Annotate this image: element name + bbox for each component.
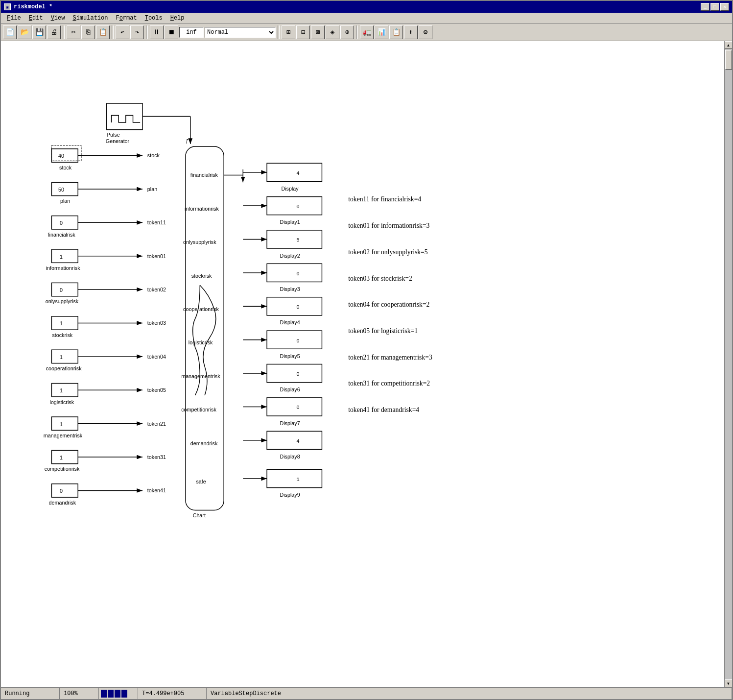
- print-button[interactable]: 🖨: [47, 25, 61, 39]
- svg-rect-69: [267, 163, 322, 181]
- svg-text:token01 for informationrisk=3: token01 for informationrisk=3: [348, 222, 429, 229]
- svg-text:token03: token03: [147, 320, 166, 326]
- maximize-button[interactable]: □: [710, 3, 719, 11]
- svg-text:Display8: Display8: [280, 454, 300, 459]
- svg-text:Display1: Display1: [280, 219, 300, 225]
- svg-text:0: 0: [296, 304, 299, 310]
- minimize-button[interactable]: _: [701, 3, 709, 11]
- svg-text:0: 0: [60, 220, 63, 226]
- svg-rect-23: [51, 249, 78, 263]
- sim-mode-select[interactable]: Normal Accelerator Rapid Accelerator: [205, 27, 276, 38]
- statusbar: Running 100% T=4.499e+005 VariableStepDi…: [1, 687, 732, 699]
- svg-text:Generator: Generator: [106, 138, 130, 144]
- status-text: Running: [5, 690, 29, 697]
- svg-text:logisticrisk: logisticrisk: [189, 339, 213, 345]
- svg-rect-80: [267, 230, 322, 248]
- svg-text:token11: token11: [147, 219, 166, 225]
- svg-text:token05: token05: [147, 387, 166, 393]
- svg-text:stock: stock: [147, 152, 160, 158]
- svg-text:token02: token02: [147, 287, 166, 292]
- tool9-button[interactable]: ⬆: [404, 25, 418, 39]
- save-button[interactable]: 💾: [32, 25, 46, 39]
- svg-text:Display6: Display6: [280, 386, 300, 392]
- svg-rect-8: [51, 149, 78, 162]
- window-title: riskmodel *: [14, 3, 52, 10]
- sep5: [356, 25, 358, 39]
- svg-rect-110: [267, 431, 322, 449]
- svg-text:plan: plan: [60, 198, 70, 204]
- svg-text:informationrisk: informationrisk: [185, 206, 219, 212]
- svg-rect-75: [267, 197, 322, 215]
- progress-seg-3: [115, 690, 120, 698]
- main-area: text { font-family: 'Courier New', monos…: [1, 41, 732, 687]
- svg-text:managementrisk: managementrisk: [44, 433, 83, 438]
- svg-text:demandrisk: demandrisk: [49, 500, 76, 506]
- svg-rect-58: [51, 484, 78, 497]
- pause-button[interactable]: ⏸: [150, 25, 164, 39]
- tool10-button[interactable]: ⚙: [419, 25, 432, 39]
- svg-rect-63: [186, 146, 224, 510]
- sim-time-input[interactable]: inf: [179, 27, 204, 38]
- svg-text:demandrisk: demandrisk: [190, 440, 218, 446]
- diagram-svg: text { font-family: 'Courier New', monos…: [1, 41, 724, 687]
- menu-tools[interactable]: Tools: [141, 14, 166, 23]
- svg-text:0: 0: [60, 488, 63, 494]
- open-button[interactable]: 📂: [18, 25, 31, 39]
- menu-file[interactable]: File: [3, 14, 25, 23]
- svg-text:Display: Display: [281, 186, 299, 192]
- scrollbar-vertical[interactable]: ▲ ▼: [724, 41, 732, 687]
- scrollbar-track[interactable]: [725, 49, 732, 679]
- sep4: [278, 25, 280, 39]
- svg-text:token41: token41: [147, 487, 166, 493]
- svg-text:onlysupplyrisk: onlysupplyrisk: [46, 298, 79, 304]
- canvas[interactable]: text { font-family: 'Courier New', monos…: [1, 41, 724, 687]
- scroll-up-button[interactable]: ▲: [725, 41, 733, 49]
- tool4-button[interactable]: ◈: [326, 25, 339, 39]
- svg-text:stockrisk: stockrisk: [52, 332, 72, 338]
- svg-text:5: 5: [296, 237, 299, 243]
- tool1-button[interactable]: ⊞: [282, 25, 295, 39]
- svg-text:managementrisk: managementrisk: [181, 373, 220, 379]
- svg-text:Pulse: Pulse: [107, 132, 120, 138]
- svg-text:0: 0: [296, 371, 299, 377]
- tool2-button[interactable]: ⊟: [296, 25, 310, 39]
- scroll-down-button[interactable]: ▼: [725, 679, 733, 687]
- undo-button[interactable]: ↶: [116, 25, 129, 39]
- tool5-button[interactable]: ⊕: [340, 25, 354, 39]
- tool8-button[interactable]: 📋: [389, 25, 403, 39]
- menu-view[interactable]: View: [47, 14, 69, 23]
- redo-button[interactable]: ↷: [130, 25, 144, 39]
- menu-edit[interactable]: Edit: [25, 14, 47, 23]
- paste-button[interactable]: 📋: [96, 25, 110, 39]
- svg-text:ƒ: ƒ: [186, 138, 189, 144]
- tool6-button[interactable]: 🚛: [360, 25, 374, 39]
- type-text: VariableStepDiscrete: [211, 690, 281, 697]
- app-icon: ▣: [4, 3, 11, 10]
- svg-text:1: 1: [60, 254, 63, 260]
- tool7-button[interactable]: 📊: [375, 25, 388, 39]
- svg-text:token41 for demandrisk=4: token41 for demandrisk=4: [348, 406, 419, 413]
- svg-text:Display5: Display5: [280, 353, 300, 359]
- svg-text:40: 40: [58, 153, 64, 159]
- progress-seg-1: [101, 690, 107, 698]
- status-progress: [99, 688, 138, 699]
- menu-format[interactable]: Format: [112, 14, 141, 23]
- menu-simulation[interactable]: Simulation: [69, 14, 112, 23]
- svg-text:1: 1: [60, 421, 63, 427]
- svg-text:0: 0: [60, 287, 63, 293]
- svg-text:token04: token04: [147, 354, 166, 360]
- svg-rect-115: [267, 469, 322, 487]
- status-type: VariableStepDiscrete: [207, 688, 732, 699]
- new-button[interactable]: 📄: [3, 25, 17, 39]
- close-button[interactable]: ✕: [720, 3, 729, 11]
- menu-help[interactable]: Help: [166, 14, 189, 23]
- copy-button[interactable]: ⎘: [81, 25, 95, 39]
- time-text: T=4.499e+005: [142, 690, 184, 697]
- svg-rect-2: [107, 103, 142, 130]
- scrollbar-thumb[interactable]: [725, 50, 732, 70]
- svg-text:token31: token31: [147, 454, 166, 460]
- cut-button[interactable]: ✂: [67, 25, 80, 39]
- svg-rect-33: [51, 316, 78, 330]
- tool3-button[interactable]: ⊠: [311, 25, 325, 39]
- stop-button[interactable]: ⏹: [165, 25, 178, 39]
